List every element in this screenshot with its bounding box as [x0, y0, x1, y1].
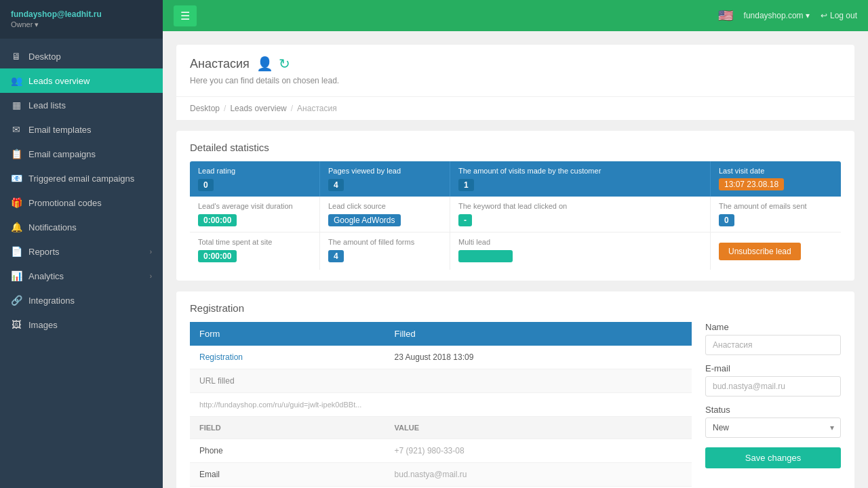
content-area: Анастасия 👤 ↻ Here you can find details …	[163, 31, 868, 488]
stat-label: Last visit date	[719, 167, 833, 175]
registration-section-title: Registration	[190, 302, 841, 314]
stat-click-source: Lead click source Google AdWords	[320, 197, 450, 232]
stat-label: Lead's average visit duration	[198, 202, 311, 210]
page-header-icons: 👤 ↻	[256, 56, 290, 72]
sidebar-header: fundayshop@leadhit.ru Owner ▾	[0, 0, 163, 39]
stat-label: The amount of filled forms	[328, 238, 441, 246]
url-row: URL filled	[190, 369, 692, 393]
multi-lead-bar	[458, 250, 513, 262]
logout-label: Log out	[830, 11, 857, 20]
sidebar: fundayshop@leadhit.ru Owner ▾ 🖥 Desktop …	[0, 0, 163, 488]
page-description: Here you can find details on chosen lead…	[190, 76, 841, 85]
analytics-icon: 📊	[11, 270, 22, 281]
topbar-right: 🇺🇸 fundayshop.com ▾ ↩ Log out	[718, 8, 857, 23]
table-row: Email bud.nastya@mail.ru	[190, 463, 692, 487]
unsubscribe-button[interactable]: Unsubscribe lead	[719, 243, 801, 260]
stat-label: Lead rating	[198, 167, 311, 175]
sidebar-item-desktop[interactable]: 🖥 Desktop	[0, 44, 163, 68]
language-flag[interactable]: 🇺🇸	[718, 8, 733, 23]
registration-table: Form Filled Registration 23 August 2018 …	[190, 322, 692, 488]
leads-icon: 👥	[11, 75, 22, 86]
url-value-row: http://fundayshop.com/ru/u/guid=jwlt-ipe…	[190, 393, 692, 417]
save-changes-button[interactable]: Save changes	[705, 447, 841, 468]
name-input[interactable]	[705, 335, 841, 355]
status-label: Status	[705, 405, 841, 415]
email-input[interactable]	[705, 376, 841, 396]
sidebar-item-triggered-email[interactable]: 📧 Triggered email campaigns	[0, 166, 163, 190]
stat-label: Multi lead	[458, 238, 702, 246]
sidebar-item-leads-overview[interactable]: 👥 Leads overview	[0, 68, 163, 93]
domain-selector[interactable]: fundayshop.com ▾	[744, 11, 810, 20]
stat-avg-duration: Lead's average visit duration 0:00:00	[190, 197, 320, 232]
email-campaigns-icon: 📋	[11, 148, 22, 159]
column-form: Form	[190, 322, 385, 346]
sidebar-item-label: Email campaigns	[28, 149, 152, 159]
logout-icon: ↩	[821, 11, 827, 20]
sidebar-item-label: Analytics	[28, 271, 143, 281]
sidebar-item-label: Reports	[28, 247, 143, 257]
sidebar-item-notifications[interactable]: 🔔 Notifications	[0, 215, 163, 239]
url-text: http://fundayshop.com/ru/u/guid=jwlt-ipe…	[199, 401, 361, 409]
reset-icon[interactable]: ↻	[279, 56, 290, 72]
main-container: ☰ 🇺🇸 fundayshop.com ▾ ↩ Log out Анастаси…	[163, 0, 868, 488]
notifications-icon: 🔔	[11, 222, 22, 232]
stat-label: The keyword that lead clicked on	[458, 202, 702, 210]
sidebar-item-label: Email templates	[28, 125, 152, 135]
stat-value: 4	[328, 250, 344, 262]
stat-pages-viewed: Pages viewed by lead 4	[320, 161, 450, 197]
value-col-header: Value	[385, 417, 692, 439]
user-role[interactable]: Owner ▾	[11, 20, 152, 29]
breadcrumb: Desktop / Leads overview / Анастасия	[176, 96, 854, 120]
sidebar-item-integrations[interactable]: 🔗 Integrations	[0, 288, 163, 312]
sidebar-item-label: Desktop	[28, 52, 152, 62]
field-name-phone: Phone	[190, 439, 385, 463]
stat-visits: The amount of visits made by the custome…	[450, 161, 711, 197]
logout-button[interactable]: ↩ Log out	[821, 11, 857, 20]
section-title: Detailed statistics	[190, 142, 841, 153]
breadcrumb-sep: /	[291, 104, 293, 113]
desktop-icon: 🖥	[11, 51, 22, 62]
sidebar-item-lead-lists[interactable]: ▦ Lead lists	[0, 93, 163, 117]
form-link-cell: Registration	[190, 346, 385, 369]
stat-value: 1	[458, 179, 474, 191]
field-value-email: bud.nastya@mail.ru	[385, 463, 692, 487]
registration-table-wrap: Form Filled Registration 23 August 2018 …	[190, 322, 692, 488]
field-header-row: Field Value	[190, 417, 692, 439]
reports-icon: 📄	[11, 246, 22, 257]
integrations-icon: 🔗	[11, 295, 22, 306]
promo-icon: 🎁	[11, 197, 22, 208]
stat-keyword: The keyword that lead clicked on -	[450, 197, 711, 232]
name-label: Name	[705, 322, 841, 332]
stat-filled-forms: The amount of filled forms 4	[320, 232, 450, 270]
field-value-phone: +7 (921) 980-33-08	[385, 439, 692, 463]
sidebar-item-analytics[interactable]: 📊 Analytics ›	[0, 264, 163, 288]
menu-button[interactable]: ☰	[174, 5, 197, 26]
person-icon[interactable]: 👤	[256, 56, 273, 72]
chevron-right-icon: ›	[150, 248, 152, 256]
breadcrumb-sep: /	[224, 104, 226, 113]
url-value-cell	[385, 369, 692, 393]
table-row: Registration 23 August 2018 13:09	[190, 346, 692, 369]
stat-total-time: Total time spent at site 0:00:00	[190, 232, 320, 270]
sidebar-item-label: Lead lists	[28, 100, 152, 110]
sidebar-item-promotional-codes[interactable]: 🎁 Promotional codes	[0, 190, 163, 215]
stat-value: Google AdWords	[328, 214, 401, 226]
breadcrumb-leads[interactable]: Leads overview	[230, 104, 286, 113]
stat-label: The amount of visits made by the custome…	[458, 167, 702, 175]
status-select[interactable]: New In progress Closed Spam	[705, 418, 841, 438]
side-form: Name E-mail Status New In progress Close…	[705, 322, 841, 488]
sidebar-item-email-templates[interactable]: ✉ Email templates	[0, 117, 163, 142]
unsubscribe-cell: Unsubscribe lead	[711, 232, 841, 270]
stat-label: Lead click source	[328, 202, 441, 210]
sidebar-item-email-campaigns[interactable]: 📋 Email campaigns	[0, 142, 163, 166]
stat-value: 0	[719, 214, 734, 226]
breadcrumb-desktop[interactable]: Desktop	[190, 104, 220, 113]
detailed-stats-section: Detailed statistics Lead rating 0 Pages …	[176, 131, 854, 281]
registration-section: Registration Form Filled Regist	[176, 291, 854, 488]
sidebar-item-reports[interactable]: 📄 Reports ›	[0, 239, 163, 264]
filled-date-cell: 23 August 2018 13:09	[385, 346, 692, 369]
registration-layout: Form Filled Registration 23 August 2018 …	[190, 322, 841, 488]
registration-link[interactable]: Registration	[199, 352, 243, 362]
sidebar-item-images[interactable]: 🖼 Images	[0, 312, 163, 337]
sidebar-item-label: Triggered email campaigns	[28, 174, 152, 184]
